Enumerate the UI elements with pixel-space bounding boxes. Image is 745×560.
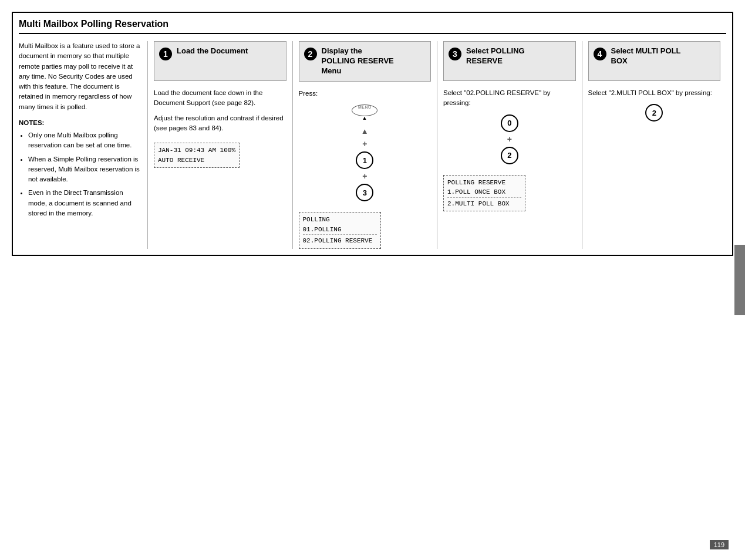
notes-title: NOTES: bbox=[19, 118, 140, 128]
step-2-screen: POLLING 01.POLLING 02.POLLING RESERVE bbox=[299, 212, 381, 249]
plus-2: + bbox=[362, 170, 367, 183]
plus-3: + bbox=[507, 133, 512, 146]
key-1: 1 bbox=[356, 151, 373, 169]
step-4-header: 4 Select MULTI POLLBOX bbox=[588, 41, 721, 81]
menu-key: MENU bbox=[352, 104, 377, 116]
step-3-keys: 0 + 2 bbox=[443, 114, 576, 164]
step-1-body: Load the document face down in the Docum… bbox=[154, 88, 286, 168]
step-4-column: 4 Select MULTI POLLBOX Select "2.MULTI P… bbox=[582, 41, 727, 249]
step-1-header: 1 Load the Document bbox=[154, 41, 286, 81]
screen-line2: AUTO RECEIVE bbox=[158, 156, 235, 166]
content-area: Multi Mailbox is a feature used to store… bbox=[19, 41, 726, 249]
plus-1: + bbox=[362, 138, 367, 150]
step-2-header: 2 Display thePress:POLLING RESERVEMenu bbox=[299, 41, 432, 82]
key-2: 2 bbox=[501, 147, 518, 164]
key-0: 0 bbox=[501, 114, 518, 132]
description-column: Multi Mailbox is a feature used to store… bbox=[19, 41, 148, 249]
screen-line1: POLLING RESERVE bbox=[447, 178, 521, 188]
page-number-badge: 119 bbox=[710, 540, 729, 549]
note-item: When a Simple Polling reservation is res… bbox=[28, 154, 140, 185]
note-item: Even in the Direct Transmission mode, a … bbox=[28, 188, 140, 218]
page-wrapper: Multi Mailbox Polling Reservation Multi … bbox=[0, 0, 745, 274]
screen-line3: 02.POLLING RESERVE bbox=[303, 234, 377, 246]
key-3: 3 bbox=[356, 184, 373, 201]
step-1-title: Load the Document bbox=[177, 46, 248, 56]
step-3-header: 3 Select POLLINGRESERVE bbox=[443, 41, 576, 81]
step-2-title: Display thePress:POLLING RESERVEMenu bbox=[322, 46, 394, 76]
main-box: Multi Mailbox Polling Reservation Multi … bbox=[12, 12, 733, 256]
step-3-title: Select POLLINGRESERVE bbox=[466, 46, 525, 66]
intro-text: Multi Mailbox is a feature used to store… bbox=[19, 41, 140, 112]
step-2-number: 2 bbox=[304, 48, 317, 60]
step-3-column: 3 Select POLLINGRESERVE Select "02.POLLI… bbox=[437, 41, 582, 249]
step-4-select-label: Select "2.MULTI POLL BOX" by pressing: bbox=[588, 88, 721, 98]
screen-line3: 2.MULTI POLL BOX bbox=[447, 197, 521, 209]
step-4-body: Select "2.MULTI POLL BOX" by pressing: 2 bbox=[588, 88, 721, 122]
screen-line1: JAN-31 09:43 AM 100% bbox=[158, 146, 235, 156]
notes-list: Only one Multi Mailbox polling reservati… bbox=[19, 130, 140, 218]
step-4-keys: 2 bbox=[588, 104, 721, 122]
step-2-column: 2 Display thePress:POLLING RESERVEMenu P… bbox=[293, 41, 438, 249]
step-4-number: 4 bbox=[594, 48, 606, 60]
step-1-column: 1 Load the Document Load the document fa… bbox=[148, 41, 293, 249]
step-3-number: 3 bbox=[449, 48, 461, 60]
side-tab bbox=[734, 245, 745, 315]
screen-line2: 1.POLL ONCE BOX bbox=[447, 187, 521, 197]
screen-line1: POLLING bbox=[303, 215, 377, 225]
step-1-screen: JAN-31 09:43 AM 100% AUTO RECEIVE bbox=[154, 143, 240, 168]
step-3-screen: POLLING RESERVE 1.POLL ONCE BOX 2.MULTI … bbox=[443, 175, 525, 212]
step-1-instruction-1: Load the document face down in the Docum… bbox=[154, 88, 286, 109]
note-item: Only one Multi Mailbox polling reservati… bbox=[28, 130, 140, 151]
step-1-instruction-2: Adjust the resolution and contrast if de… bbox=[154, 113, 286, 134]
step-2-body: Press: MENU ▲ + 1 + bbox=[299, 89, 432, 249]
steps-area: 1 Load the Document Load the document fa… bbox=[148, 41, 726, 249]
page-title: Multi Mailbox Polling Reservation bbox=[19, 19, 726, 34]
step-3-select-label: Select "02.POLLING RESERVE" by pressing: bbox=[443, 88, 576, 109]
key-2b: 2 bbox=[645, 104, 663, 122]
screen-line2: 01.POLLING bbox=[303, 225, 377, 235]
step-3-body: Select "02.POLLING RESERVE" by pressing:… bbox=[443, 88, 576, 211]
step-2-press-label: Press: bbox=[299, 89, 432, 99]
step-4-title: Select MULTI POLLBOX bbox=[611, 46, 681, 66]
step-2-keys: MENU ▲ + 1 + 3 bbox=[299, 104, 432, 202]
step-1-number: 1 bbox=[159, 48, 172, 60]
